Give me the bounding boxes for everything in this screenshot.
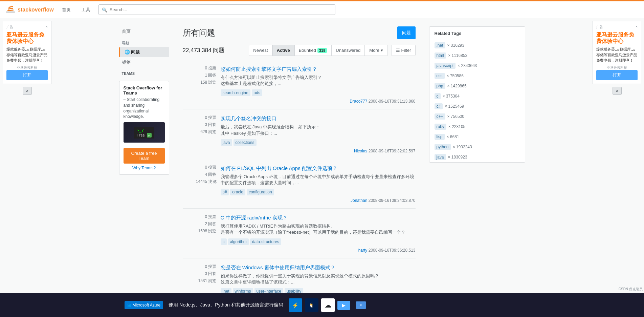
related-tag[interactable]: c++ [435, 113, 445, 120]
tag[interactable]: c [221, 238, 227, 245]
tag[interactable]: configuration [247, 189, 274, 195]
question-tags: c#oracleconfiguration [221, 189, 416, 195]
question-user[interactable]: harty [358, 248, 368, 253]
vote-count: 0 投票 [183, 165, 217, 170]
question-title[interactable]: 实现几个签名冲突的接口 [221, 115, 416, 122]
question-user[interactable]: Draco777 [350, 99, 367, 104]
vote-count: 0 投票 [183, 214, 217, 220]
related-tag[interactable]: php [435, 83, 445, 89]
tag[interactable]: ads [252, 89, 262, 96]
tab-bountied[interactable]: Bountied 318 [294, 45, 332, 56]
bottom-ad-inner: ⊞ Microsoft Azure 使用 Node.js、Java、Python… [119, 293, 525, 316]
left-ad-column: 广告 × 亚马逊云服务免费体验中心 爆款服务器,云数据库,云存储等百款亚马逊云产… [0, 18, 54, 316]
vote-count: 0 投票 [183, 115, 217, 121]
nav-home[interactable]: 首页 [59, 5, 73, 14]
question-body: 您如何防止搜索引擎将文字广告编入索引？ 有什么方法可以阻止搜索引擎将文字广告编入… [221, 65, 416, 104]
related-tag[interactable]: css [435, 73, 445, 79]
related-tag-count: × 375304 [443, 94, 460, 99]
question-stats: 0 投票 4 回答 14445 浏览 [183, 165, 217, 203]
tab-more-chevron-icon: ▾ [381, 48, 383, 53]
ask-question-button[interactable]: 问题 [397, 26, 416, 39]
related-tag[interactable]: javascript [435, 63, 456, 69]
related-tag-row: css × 750586 [429, 71, 525, 81]
view-count: 629 浏览 [183, 129, 217, 135]
related-tag-count: × 756500 [447, 114, 464, 119]
question-date: 2008-09-16T09:36:28.513 [369, 248, 416, 253]
related-tag[interactable]: c# [435, 103, 443, 109]
bottom-ad-image: ⚡ 🐧 ☁ ▶ [289, 297, 350, 314]
related-tag[interactable]: python [435, 144, 451, 150]
question-title[interactable]: C 中的开源 radix/mtrie 实现？ [221, 214, 416, 221]
question-user[interactable]: Nicolas [354, 149, 367, 153]
sidebar-item-home[interactable]: 首页 [119, 26, 169, 37]
right-ad-open-button[interactable]: 打开 [596, 70, 638, 80]
bottom-ad: ⊞ Microsoft Azure 使用 Node.js、Java、Python… [0, 293, 644, 316]
related-tag[interactable]: c [435, 93, 441, 99]
questions-toolbar: 22,473,384 问题 Newest Active Bountied 318… [183, 45, 416, 56]
why-teams-link[interactable]: Why Teams? [124, 166, 165, 170]
tab-unanswered[interactable]: Unanswered [331, 45, 365, 56]
related-tag-row: c++ × 756500 [429, 111, 525, 122]
tab-active[interactable]: Active [272, 45, 294, 56]
question-date: 2008-09-16T09:34:03.870 [369, 198, 416, 203]
tag[interactable]: c# [221, 189, 229, 195]
bottom-ad-logo-text: Microsoft Azure [133, 303, 161, 308]
related-tag-row: python × 1902243 [429, 142, 525, 152]
related-tag[interactable]: lisp [435, 134, 445, 140]
search-bar-container: 🔍 [98, 4, 335, 15]
sidebar-item-questions-label: 问题 [131, 49, 140, 55]
related-tag[interactable]: html [435, 52, 446, 59]
left-ad-open-button[interactable]: 打开 [6, 70, 48, 80]
question-user[interactable]: Jonathan [351, 198, 367, 203]
csdn-watermark: CSDN @克隆员 [619, 287, 643, 292]
create-team-button[interactable]: Create a free Team [124, 148, 165, 164]
question-title[interactable]: 您是否在 Windows 窗体中使用归纳用户界面模式？ [221, 264, 416, 271]
right-ad-close[interactable]: × [636, 25, 638, 29]
left-ad-close[interactable]: × [46, 25, 48, 29]
right-scroll-top: ∧ [590, 87, 644, 95]
question-item: 0 投票 2 回答 1698 浏览 C 中的开源 radix/mtrie 实现？… [183, 209, 416, 258]
related-tag[interactable]: java [435, 154, 446, 160]
bountied-badge: 318 [317, 48, 327, 53]
tag[interactable]: data-structures [250, 238, 281, 245]
questions-header: 所有问题 问题 [183, 26, 416, 39]
tag[interactable]: java [221, 139, 232, 146]
search-input[interactable] [98, 4, 335, 15]
question-stats: 0 投票 1 回答 158 浏览 [183, 65, 217, 104]
page-outer: 广告 × 亚马逊云服务免费体验中心 爆款服务器,云数据库,云存储等百款亚马逊云产… [0, 18, 644, 316]
question-excerpt: 我打算使用RADIX / MTRIE作为路由实现的首选数据结构。是否有一个不错的… [221, 223, 416, 235]
question-body: C 中的开源 radix/mtrie 实现？ 我打算使用RADIX / MTRI… [221, 214, 416, 252]
left-scroll-top: ∧ [0, 87, 54, 95]
tab-newest[interactable]: Newest [249, 45, 272, 56]
bottom-ad-action-button[interactable]: ▶ [337, 301, 350, 310]
vote-count: 0 投票 [183, 65, 217, 71]
related-tag[interactable]: .net [435, 42, 445, 48]
right-ad-source: 亚马逊云科技 [596, 65, 638, 70]
tag[interactable]: search-engine [221, 89, 250, 96]
right-ad-title: 亚马逊云服务免费体验中心 [596, 31, 638, 44]
question-title[interactable]: 如何在 PL/SQL 中列出 Oracle Apps 配置文件选项？ [221, 165, 416, 172]
related-tag-count: × 750586 [447, 73, 464, 78]
right-ad-body: 爆款服务器,云数据库,云存储等百款亚马逊云产品免费申领，注册即享！ [596, 46, 638, 63]
question-date: 2008-09-16T09:32:02.597 [369, 149, 416, 153]
tag[interactable]: collections [234, 139, 257, 146]
sidebar-item-questions[interactable]: 🌐 问题 [119, 47, 169, 57]
sidebar-nav: 首页 导航 🌐 问题 标签 TEAMS [119, 26, 169, 77]
sidebar-item-tags[interactable]: 标签 [119, 57, 169, 67]
nav-tools[interactable]: 工具 [79, 5, 93, 14]
tag[interactable]: algorithm [228, 238, 249, 245]
logo[interactable]: stackoverflow [5, 5, 54, 15]
answer-count: 4 回答 [183, 172, 217, 177]
question-date: 2008-09-16T09:31:13.860 [369, 99, 416, 104]
logo-suffix: overflow [31, 7, 54, 13]
left-sidebar: 首页 导航 🌐 问题 标签 TEAMS Stack Overflow for T… [119, 26, 175, 308]
related-tag[interactable]: ruby [435, 124, 446, 130]
tag[interactable]: oracle [230, 189, 245, 195]
tab-more[interactable]: More ▾ [365, 45, 387, 56]
bottom-ad-close-button[interactable]: × [356, 301, 366, 309]
related-tag-row: php × 1429865 [429, 81, 525, 91]
right-scroll-up-button[interactable]: ∧ [613, 87, 622, 95]
question-title[interactable]: 您如何防止搜索引擎将文字广告编入索引？ [221, 65, 416, 72]
left-scroll-up-button[interactable]: ∧ [23, 87, 32, 95]
filter-button[interactable]: ☰ Filter [392, 45, 416, 56]
